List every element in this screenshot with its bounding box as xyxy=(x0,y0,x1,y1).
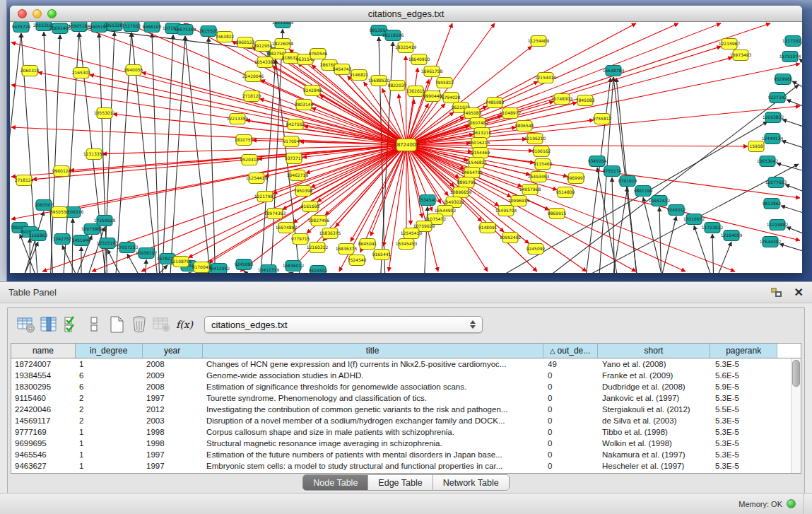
table-cell[interactable]: Wolkin et al. (1998) xyxy=(599,439,712,448)
table-settings-icon[interactable] xyxy=(15,314,37,335)
graph-node[interactable]: 12093832 xyxy=(763,112,784,123)
graph-node[interactable]: 17359928 xyxy=(94,216,116,226)
table-cell[interactable]: 5.3E-5 xyxy=(712,462,779,470)
table-cell[interactable]: Yano et al. (2008) xyxy=(599,360,712,368)
black-citation-edge[interactable] xyxy=(782,119,802,129)
table-cell[interactable]: 6 xyxy=(76,382,143,391)
table-cell[interactable]: 0 xyxy=(544,382,599,391)
table-cell[interactable]: 2008 xyxy=(143,382,203,391)
graph-node[interactable]: 9435724 xyxy=(12,22,31,33)
graph-node[interactable]: 8791919 xyxy=(618,176,637,187)
graph-node[interactable]: 9115460 xyxy=(534,159,553,170)
graph-node[interactable]: 18226058 xyxy=(272,39,294,49)
black-citation-edge[interactable] xyxy=(659,207,661,273)
selection-mode-icon[interactable] xyxy=(60,314,83,335)
graph-node[interactable]: 12505185 xyxy=(97,238,119,249)
graph-node[interactable]: 1156863 xyxy=(29,230,48,241)
table-cell[interactable]: 6 xyxy=(76,371,143,380)
black-citation-edge[interactable] xyxy=(777,163,802,173)
table-cell[interactable]: 5.3E-5 xyxy=(712,450,779,459)
table-select[interactable]: citations_edges.txt xyxy=(204,316,483,333)
graph-node[interactable]: 9613216 xyxy=(473,128,492,139)
graph-node[interactable]: 11254409 xyxy=(528,36,550,47)
network-window-titlebar[interactable]: citations_edges.txt xyxy=(10,6,802,22)
table-cell[interactable]: 0 xyxy=(544,394,599,402)
red-citation-edge[interactable] xyxy=(406,56,406,145)
graph-node[interactable]: 7955812 xyxy=(435,78,454,88)
table-row[interactable]: 1830029562008Estimation of significance … xyxy=(11,381,801,392)
graph-node[interactable]: 1362615 xyxy=(406,86,425,97)
graph-node[interactable]: 7950398 xyxy=(294,186,313,197)
memory-status-icon[interactable] xyxy=(787,499,796,508)
black-citation-edge[interactable] xyxy=(260,59,276,273)
graph-node[interactable]: 6794028 xyxy=(442,93,461,103)
red-citation-edge[interactable] xyxy=(406,103,577,145)
graph-node[interactable]: 15836375 xyxy=(319,228,341,239)
table-row[interactable]: 969969511998Structural magnetic resonanc… xyxy=(11,438,801,449)
table-cell[interactable]: Jankovic et al. (1997) xyxy=(599,394,712,402)
red-citation-edge[interactable] xyxy=(312,107,406,145)
table-cell[interactable]: 5.3E-5 xyxy=(712,416,779,425)
table-cell[interactable]: 1997 xyxy=(143,462,203,470)
table-cell[interactable]: 9115460 xyxy=(11,394,76,402)
network-canvas[interactable]: 9435724205531902069140615905184990519510… xyxy=(10,22,802,273)
graph-node[interactable]: 11048977 xyxy=(500,108,522,119)
graph-node[interactable]: 9148091 xyxy=(478,223,498,233)
table-cell[interactable]: 0 xyxy=(544,416,599,425)
table-cell[interactable]: 5.3E-5 xyxy=(712,360,779,368)
black-citation-edge[interactable] xyxy=(779,244,802,253)
graph-node[interactable]: 9520418 xyxy=(240,155,259,165)
table-cell[interactable]: 5.6E-5 xyxy=(712,371,779,380)
table-cell[interactable]: 9465546 xyxy=(11,450,76,459)
graph-node[interactable]: 2718120 xyxy=(242,91,261,102)
scrollbar-thumb[interactable] xyxy=(792,360,800,387)
black-citation-edge[interactable] xyxy=(10,33,21,273)
table-cell[interactable]: 0 xyxy=(544,450,599,459)
table-cell[interactable]: 2008 xyxy=(143,360,203,368)
table-row[interactable]: 1938455462009Genome-wide association stu… xyxy=(11,370,801,381)
citation-network-graph[interactable]: 9435724205531902069140615905184990519510… xyxy=(10,22,802,273)
graph-node[interactable]: 18724007 xyxy=(394,139,419,151)
graph-node[interactable]: 15905184 xyxy=(69,22,90,32)
graph-node[interactable]: 1810755 xyxy=(235,135,254,146)
graph-node[interactable]: 9170041 xyxy=(192,262,211,273)
graph-node[interactable]: 12106210 xyxy=(524,134,546,144)
table-row[interactable]: 1456911722003Disruption of a novel membe… xyxy=(11,415,801,426)
table-cell[interactable]: 5.3E-5 xyxy=(712,428,779,436)
graph-node[interactable]: 7485083 xyxy=(486,98,505,108)
delete-table-icon[interactable] xyxy=(151,314,173,335)
table-cell[interactable]: Estimation of significance thresholds fo… xyxy=(203,382,544,391)
table-cell[interactable]: 1 xyxy=(76,450,143,459)
black-citation-edge[interactable] xyxy=(782,141,802,150)
table-cell[interactable]: 2012 xyxy=(143,405,203,414)
table-cell[interactable]: 2003 xyxy=(143,416,203,425)
table-row[interactable]: 1872400712008Changes of HCN gene express… xyxy=(11,358,801,370)
graph-node[interactable]: 6466100 xyxy=(143,22,162,33)
table-cell[interactable]: Hescheler et al. (1997) xyxy=(599,462,712,470)
graph-node[interactable]: 12164059 xyxy=(721,230,743,241)
graph-node[interactable]: 14671358 xyxy=(175,25,196,35)
graph-node[interactable]: 10543382 xyxy=(254,57,276,68)
graph-node[interactable]: 12215967 xyxy=(719,39,741,49)
table-cell[interactable]: 5.9E-5 xyxy=(712,382,779,391)
black-citation-edge[interactable] xyxy=(147,265,167,273)
black-citation-edge[interactable] xyxy=(712,234,714,273)
graph-node[interactable]: 1451944 xyxy=(72,235,91,246)
black-citation-edge[interactable] xyxy=(714,242,731,273)
black-citation-edge[interactable] xyxy=(145,259,146,273)
table-cell[interactable]: 1 xyxy=(76,360,143,368)
graph-node[interactable]: 2803144 xyxy=(295,100,314,110)
graph-node[interactable]: 917004 xyxy=(283,136,300,147)
table-cell[interactable]: Investigating the contribution of common… xyxy=(203,405,544,414)
graph-node[interactable]: 8912954 xyxy=(254,41,273,52)
new-column-icon[interactable] xyxy=(105,314,128,335)
black-citation-edge[interactable] xyxy=(787,227,802,236)
table-cell[interactable]: Corpus callosum shape and size in male p… xyxy=(203,428,544,436)
graph-node[interactable]: 7495083 xyxy=(463,108,482,119)
graph-node[interactable]: 16836375 xyxy=(336,244,358,255)
graph-node[interactable]: 9245012 xyxy=(667,205,686,216)
table-cell[interactable]: 1 xyxy=(76,428,143,436)
graph-node[interactable]: 9940055 xyxy=(124,65,143,76)
graph-node[interactable]: 9806548 xyxy=(515,121,534,132)
table-cell[interactable]: Changes of HCN gene expression and I(f) … xyxy=(203,360,544,368)
